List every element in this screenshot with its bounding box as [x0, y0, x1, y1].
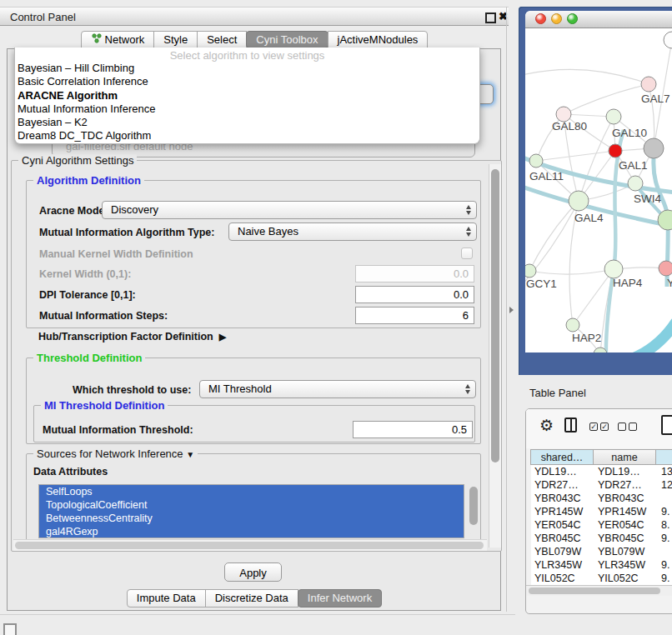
zoom-window-icon[interactable]	[567, 13, 578, 24]
network-node-gal11[interactable]	[529, 154, 543, 168]
network-node-gcy1[interactable]	[525, 264, 536, 278]
network-edge[interactable]	[536, 151, 615, 161]
column-header-1[interactable]: name	[593, 449, 656, 465]
data-attributes-label: Data Attributes	[33, 466, 108, 478]
network-node-gal7[interactable]	[641, 77, 656, 92]
algorithm-option-mutual-information-inference[interactable]: Mutual Information Inference	[15, 102, 479, 116]
collapse-arrow-icon[interactable]: ▼	[186, 450, 194, 459]
algorithm-option-bayesian-k2[interactable]: Bayesian – K2	[15, 116, 479, 129]
table-row[interactable]: YBL079WYBL079W	[531, 545, 672, 558]
network-node-swi4[interactable]	[628, 176, 643, 191]
apply-button[interactable]: Apply	[224, 562, 282, 582]
network-node-hap4[interactable]	[604, 260, 623, 278]
tab-label: Impute Data	[137, 589, 196, 608]
node-label-gal80: GAL80	[552, 120, 587, 132]
network-edge[interactable]	[529, 269, 614, 274]
aracne-mode-label: Aracne Mode:	[39, 205, 108, 217]
network-node-gal10[interactable]	[606, 109, 621, 124]
tab-impute-data[interactable]: Impute Data	[127, 589, 206, 608]
data-attributes-list[interactable]: SelfLoopsTopologicalCoefficientBetweenne…	[38, 484, 464, 538]
network-node-gal1[interactable]	[609, 144, 622, 158]
network-edge-thick[interactable]	[609, 322, 672, 352]
gear-icon[interactable]: ⚙	[539, 416, 554, 435]
network-window-titlebar[interactable]	[525, 11, 672, 28]
network-canvas[interactable]: GAL7GAL80GAL10GAL1GAL11SWI4GAL4GCY1HAP4Y…	[525, 28, 672, 352]
which-threshold-value: MI Threshold	[208, 382, 272, 395]
cyni-algorithm-settings-group: Cyni Algorithm Settings Algorithm Defini…	[11, 160, 502, 552]
table-cell: 12	[658, 478, 672, 492]
select-all-checkbox-icon[interactable]: ✓	[600, 422, 609, 431]
hub-definition-expander[interactable]: Hub/Transcription Factor Definition ▶	[38, 331, 226, 342]
network-edge[interactable]	[525, 69, 649, 84]
stepper-arrows-icon	[466, 227, 471, 237]
panel-bottom-edge	[0, 614, 515, 615]
table-row[interactable]: YDR27…YDR27…12	[531, 478, 672, 492]
attribute-item-betweennesscentrality[interactable]: BetweennessCentrality	[39, 512, 464, 525]
network-node[interactable]	[644, 138, 664, 158]
which-threshold-combo[interactable]: MI Threshold	[199, 380, 476, 398]
expand-arrow-icon[interactable]: ▶	[219, 332, 226, 342]
tab-infer-network[interactable]: Infer Network	[298, 589, 382, 608]
table-cell: 8.	[658, 518, 672, 532]
table-row[interactable]: YIL052CYIL052C9.	[531, 572, 672, 585]
deselect-all-checkbox-icon[interactable]	[629, 422, 637, 431]
aracne-mode-combo[interactable]: Discovery	[102, 201, 477, 219]
tab-discretize-data[interactable]: Discretize Data	[205, 589, 298, 608]
table-row[interactable]: YBR045CYBR045C9.	[531, 532, 672, 545]
network-edge[interactable]	[529, 201, 579, 271]
kernel-width-field[interactable]: 0.0	[355, 265, 474, 282]
tab-style[interactable]: Style	[153, 31, 198, 48]
network-node-hap2[interactable]	[566, 318, 579, 332]
settings-vertical-scrollbar[interactable]	[489, 164, 501, 548]
export-table-icon[interactable]	[661, 415, 672, 435]
column-header-0[interactable]: shared…	[530, 449, 594, 465]
table-panel-window: ⚙ ✓ ✓ shared…name YDL19…YDL19…13YDR27…YD…	[525, 408, 672, 614]
mi-algorithm-type-combo[interactable]: Naive Bayes	[228, 222, 477, 241]
table-row[interactable]: YBR043CYBR043C	[531, 492, 672, 505]
table-horizontal-scrollbar[interactable]	[526, 585, 672, 596]
sources-title[interactable]: Sources for Network Inference ▼	[33, 448, 198, 460]
network-node-y[interactable]	[659, 261, 672, 276]
network-edge[interactable]	[564, 84, 649, 114]
table-row[interactable]: YLR345WYLR345W9.	[531, 558, 672, 572]
tab-cyni-toolbox[interactable]: Cyni Toolbox	[246, 31, 328, 48]
network-node[interactable]	[664, 32, 672, 48]
close-window-icon[interactable]	[535, 13, 546, 24]
divider-collapse-arrow[interactable]	[509, 307, 514, 313]
table-row[interactable]: YER054CYER054C8.	[531, 518, 672, 532]
select-all-checkbox-icon[interactable]: ✓	[589, 422, 598, 431]
dpi-tolerance-field[interactable]: 0.0	[355, 286, 474, 303]
table-cell: YBL079W	[594, 545, 658, 558]
table-cell: YBR043C	[594, 492, 658, 505]
mini-palette-icon[interactable]	[3, 623, 17, 635]
mi-steps-field[interactable]: 6	[355, 307, 474, 324]
which-threshold-label: Which threshold to use:	[73, 384, 191, 396]
settings-horizontal-scrollbar[interactable]	[13, 539, 487, 551]
column-header-2[interactable]	[655, 449, 672, 465]
minimize-window-icon[interactable]	[551, 13, 562, 24]
algorithm-option-aracne-algorithm[interactable]: ARACNE Algorithm	[15, 89, 479, 102]
tab-select[interactable]: Select	[197, 31, 247, 48]
tab-network[interactable]: Network	[81, 31, 155, 48]
node-label-hap4: HAP4	[613, 277, 643, 289]
float-panel-icon[interactable]	[485, 12, 496, 23]
table-cell: YER054C	[594, 518, 658, 532]
table-cell: YBL079W	[531, 545, 594, 558]
attribute-list-scrollbar[interactable]	[469, 487, 478, 535]
columns-icon[interactable]	[564, 418, 577, 432]
mi-threshold-field[interactable]: 0.5	[353, 421, 473, 438]
table-row[interactable]: YDL19…YDL19…13	[531, 465, 672, 478]
network-node-gal4[interactable]	[569, 191, 589, 211]
algorithm-option-basic-correlation-inference[interactable]: Basic Correlation Inference	[15, 75, 479, 88]
deselect-all-checkbox-icon[interactable]	[618, 422, 626, 431]
attribute-item-selfloops[interactable]: SelfLoops	[39, 485, 464, 498]
tab-jactivemnodules[interactable]: jActiveMNodules	[328, 31, 429, 48]
algorithm-option-bayesian-hill-climbing[interactable]: Bayesian – Hill Climbing	[15, 62, 479, 75]
attribute-item-topologicalcoefficient[interactable]: TopologicalCoefficient	[39, 498, 464, 512]
table-row[interactable]: YPR145WYPR145W9.	[531, 505, 672, 518]
node-label-gal4: GAL4	[574, 212, 604, 224]
settings-group-title: Cyni Algorithm Settings	[18, 154, 137, 167]
manual-kernel-checkbox[interactable]	[461, 248, 473, 259]
algorithm-option-dream8-dc-tdc-algorithm[interactable]: Dream8 DC_TDC Algorithm	[15, 129, 479, 142]
attribute-item-gal4rgexp[interactable]: gal4RGexp	[39, 525, 464, 538]
